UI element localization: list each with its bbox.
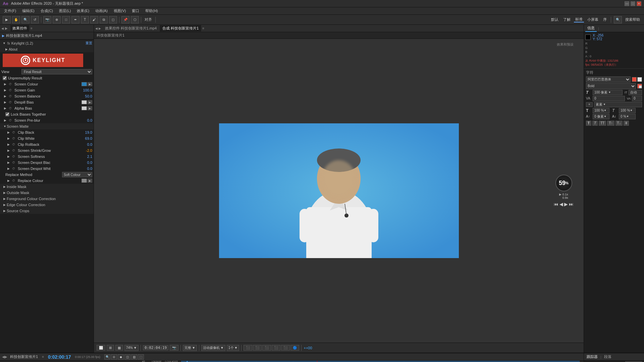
menu-effect[interactable]: 效果(E) bbox=[74, 8, 92, 14]
tool-select[interactable]: ▶ bbox=[3, 16, 11, 23]
screen-matte-section[interactable]: ▼ Screen Matte bbox=[0, 123, 94, 129]
ec-expand[interactable]: ▶ bbox=[3, 203, 7, 206]
inside-mask-section[interactable]: ▶ Inside Mask bbox=[0, 184, 94, 190]
tool-text[interactable]: T bbox=[81, 16, 89, 23]
composition-tab[interactable]: 合成 科技创新宣传片1 bbox=[160, 25, 202, 32]
tool-zoom[interactable]: 🔍 bbox=[21, 16, 30, 23]
about-section[interactable]: ▶ About bbox=[0, 46, 94, 52]
tracker-tab[interactable]: 跟踪器 bbox=[586, 354, 598, 359]
menu-layer[interactable]: 图层(L) bbox=[56, 8, 73, 14]
effect-controls-comp-tab[interactable]: 效果控件 科技创新宣传片1.mp4 bbox=[102, 25, 160, 32]
clip-rollback-value[interactable]: 0.0 bbox=[75, 142, 92, 146]
timeline-frame-blend-btn[interactable]: ▥ bbox=[131, 354, 137, 360]
font-size-input[interactable]: 100 像素 ▼ bbox=[593, 90, 623, 95]
leading-input[interactable]: 自动 bbox=[629, 90, 642, 95]
play-btn[interactable]: ▶ bbox=[564, 201, 568, 207]
safe-zones-btn[interactable]: ▦ bbox=[115, 345, 123, 351]
timeline-current-time[interactable]: 0:02:00:17 bbox=[48, 354, 71, 360]
minimize-button[interactable]: — bbox=[625, 1, 629, 6]
cw-expand[interactable]: ▶ bbox=[7, 137, 11, 140]
next-frame-btn[interactable]: ⏭ bbox=[569, 201, 574, 207]
horiz-scale-input[interactable]: 100 % ▼ bbox=[619, 108, 636, 113]
keylight-header[interactable]: ▼ fx Keylight (1.2) 重置 bbox=[0, 40, 94, 46]
ab-stopwatch[interactable]: ⏱ bbox=[9, 107, 12, 110]
rc-expand[interactable]: ▶ bbox=[7, 179, 11, 182]
alpha-swatch[interactable] bbox=[82, 106, 87, 110]
playhead[interactable] bbox=[317, 361, 317, 362]
spb-stopwatch[interactable]: ⏱ bbox=[9, 119, 12, 122]
keylight-reset-btn[interactable]: 重置 bbox=[86, 41, 92, 46]
close-button[interactable]: ✕ bbox=[637, 1, 641, 6]
format-btn-t2[interactable]: T bbox=[592, 121, 598, 126]
db-stopwatch[interactable]: ⏱ bbox=[9, 101, 12, 104]
sm-expand[interactable]: ▼ bbox=[3, 125, 7, 128]
menu-composition[interactable]: 合成(C) bbox=[38, 8, 56, 14]
ss-stopwatch[interactable]: ⏱ bbox=[12, 149, 15, 152]
sg-stopwatch[interactable]: ⏱ bbox=[9, 88, 12, 92]
spb-expand[interactable]: ▶ bbox=[4, 119, 7, 122]
format-btn-tt[interactable]: TT bbox=[599, 121, 606, 126]
screen-softness-value[interactable]: 2.1 bbox=[75, 155, 92, 159]
lock-biases-checkbox[interactable] bbox=[5, 112, 9, 116]
tool-brush[interactable]: 🖌 bbox=[90, 16, 98, 23]
dsb-stopwatch[interactable]: ⏱ bbox=[12, 161, 15, 164]
timecode-display[interactable]: 0:02:04:19 bbox=[143, 345, 168, 350]
sg-expand[interactable]: ▶ bbox=[4, 88, 7, 92]
stroke-color-swatch[interactable] bbox=[637, 84, 642, 88]
replace-colour-arrow[interactable]: ▶ bbox=[88, 179, 92, 183]
outside-mask-section[interactable]: ▶ Outside Mask bbox=[0, 190, 94, 196]
prev-btn[interactable]: ◀ bbox=[559, 201, 563, 207]
fg-expand[interactable]: ▶ bbox=[3, 197, 7, 200]
rc-stopwatch[interactable]: ⏱ bbox=[12, 179, 15, 182]
effect-controls-tab[interactable]: 效果控件 bbox=[10, 25, 29, 32]
timeline-snap-btn[interactable]: ⊝ bbox=[111, 354, 117, 360]
clip-white-value[interactable]: 69.0 bbox=[75, 136, 92, 140]
cbk-stopwatch[interactable]: ⏱ bbox=[12, 131, 15, 134]
sb-stopwatch[interactable]: ⏱ bbox=[9, 95, 12, 98]
db-expand[interactable]: ▶ bbox=[4, 101, 7, 104]
screen-shrink-value[interactable]: -2.0 bbox=[75, 148, 92, 153]
cr-stopwatch[interactable]: ⏱ bbox=[12, 143, 15, 146]
search-button[interactable]: 🔍 bbox=[614, 16, 622, 23]
prev-frame-btn[interactable]: ⏮ bbox=[554, 201, 558, 207]
unpremultiply-checkbox[interactable] bbox=[3, 76, 7, 80]
clip-black-value[interactable]: 19.0 bbox=[75, 130, 92, 134]
font-select[interactable]: 阿里巴巴普惠体 bbox=[586, 76, 631, 82]
color-picker-swatch[interactable] bbox=[585, 35, 591, 40]
format-btn-t1[interactable]: T bbox=[586, 121, 591, 126]
dsw-expand[interactable]: ▶ bbox=[7, 167, 11, 170]
tool-clone[interactable]: ⧉ bbox=[100, 16, 108, 23]
menu-animation[interactable]: 动画(A) bbox=[93, 8, 110, 14]
ss-expand[interactable]: ▶ bbox=[7, 149, 11, 152]
tool-roto[interactable]: ⬡ bbox=[131, 16, 139, 23]
om-expand[interactable]: ▶ bbox=[3, 191, 7, 194]
menu-window[interactable]: 窗口 bbox=[129, 8, 142, 14]
info-tab[interactable]: 信息 bbox=[585, 25, 597, 32]
view-mode-1[interactable]: ⬛ bbox=[244, 345, 252, 351]
view-select[interactable]: Final Result bbox=[21, 69, 92, 74]
timeline-menu[interactable]: ≡ bbox=[42, 355, 44, 359]
menu-file[interactable]: 文件(F) bbox=[1, 8, 19, 14]
camera-select[interactable]: 活动摄像机 ▼ bbox=[201, 345, 225, 351]
timeline-search-btn[interactable]: 🔍 bbox=[104, 354, 110, 360]
tsf-input[interactable]: 0 % ▼ bbox=[619, 114, 636, 119]
despot-black-value[interactable]: 0.0 bbox=[75, 161, 92, 165]
source-crops-section[interactable]: ▶ Source Crops bbox=[0, 208, 94, 214]
cw-stopwatch[interactable]: ⏱ bbox=[12, 137, 15, 140]
sf-stopwatch[interactable]: ⏱ bbox=[12, 155, 15, 158]
maximize-button[interactable]: □ bbox=[631, 1, 635, 6]
font-weight-select[interactable]: Bold bbox=[586, 83, 636, 89]
baseline-input[interactable]: 0 像素 ▼ bbox=[593, 114, 609, 119]
menu-help[interactable]: 帮助(H) bbox=[143, 8, 160, 14]
region-of-interest-btn[interactable]: ⬜ bbox=[97, 345, 105, 351]
sf-expand[interactable]: ▶ bbox=[7, 155, 11, 158]
vert-scale-input[interactable]: 100 % ▼ bbox=[593, 108, 609, 113]
tool-shape[interactable]: □ bbox=[62, 16, 70, 23]
view-mode-5[interactable]: ⬛ bbox=[281, 345, 290, 351]
sc-stopwatch[interactable]: ⏱ bbox=[9, 82, 12, 86]
tracking-input2[interactable]: 素素 ▼ bbox=[594, 102, 642, 107]
cbk-expand[interactable]: ▶ bbox=[7, 131, 11, 134]
views-select[interactable]: 1个 ▼ bbox=[227, 345, 239, 351]
grid-btn[interactable]: ⊞ bbox=[107, 345, 114, 351]
format-btn-t-score[interactable]: T̶ bbox=[624, 121, 629, 126]
